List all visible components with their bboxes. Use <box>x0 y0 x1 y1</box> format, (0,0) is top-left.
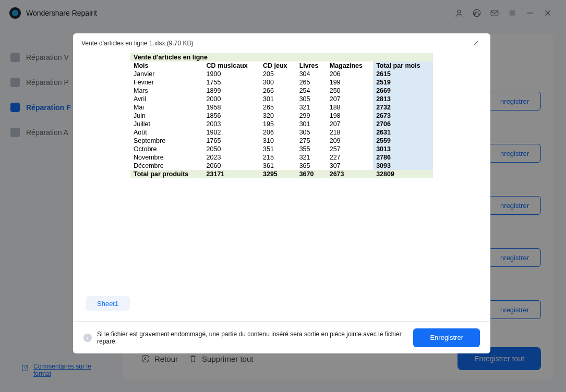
table-cell: 254 <box>296 87 327 95</box>
totals-cell: 2673 <box>327 170 373 178</box>
table-row: Mai19582653211882732 <box>130 103 433 112</box>
column-header: Magazines <box>327 62 373 70</box>
table-row: Mars18992662542502669 <box>130 87 433 95</box>
table-cell: 2615 <box>373 70 433 78</box>
table-cell: Novembre <box>130 153 203 162</box>
totals-cell: 3295 <box>260 170 296 178</box>
table-row: Février17553002651992519 <box>130 78 433 87</box>
table-cell: 301 <box>296 120 327 128</box>
table-cell: 2706 <box>373 120 433 128</box>
table-cell: 2631 <box>373 128 433 137</box>
table-cell: 2050 <box>203 145 260 153</box>
column-header: Total par mois <box>373 62 433 70</box>
table-row: Octobre20503513552573013 <box>130 145 433 153</box>
table-cell: 300 <box>260 78 296 87</box>
sheet-tab[interactable]: Sheet1 <box>86 296 130 311</box>
modal-footer-message: Si le fichier est gravement endommagé, u… <box>97 330 413 345</box>
table-cell: 257 <box>327 145 373 153</box>
table-cell: 188 <box>327 103 373 112</box>
table-cell: 266 <box>260 87 296 95</box>
table-cell: 305 <box>296 128 327 137</box>
table-cell: Septembre <box>130 137 203 145</box>
table-cell: 206 <box>327 70 373 78</box>
table-cell: 265 <box>260 103 296 112</box>
table-cell: 1856 <box>203 112 260 120</box>
table-row: Janvier19002053042062615 <box>130 70 433 78</box>
table-cell: 206 <box>260 128 296 137</box>
table-cell: Juin <box>130 112 203 120</box>
table-cell: Octobre <box>130 145 203 153</box>
table-cell: Août <box>130 128 203 137</box>
table-cell: 301 <box>260 95 296 103</box>
table-cell: 218 <box>327 128 373 137</box>
table-title: Vente d'articles en ligne <box>130 53 433 62</box>
table-cell: 2813 <box>373 95 433 103</box>
table-cell: 2060 <box>203 162 260 170</box>
table-cell: 207 <box>327 95 373 103</box>
table-cell: 1755 <box>203 78 260 87</box>
totals-cell: 3670 <box>296 170 327 178</box>
table-cell: 304 <box>296 70 327 78</box>
modal-footer: i Si le fichier est gravement endommagé,… <box>73 321 490 353</box>
table-cell: 227 <box>327 153 373 162</box>
table-cell: Janvier <box>130 70 203 78</box>
column-header: CD jeux <box>260 62 296 70</box>
table-cell: 195 <box>260 120 296 128</box>
preview-modal: Vente d'articles en ligne 1.xlsx (9.70 K… <box>73 33 490 353</box>
table-cell: 209 <box>327 137 373 145</box>
table-row: Septembre17653102752092559 <box>130 137 433 145</box>
table-cell: 307 <box>327 162 373 170</box>
table-cell: 321 <box>296 153 327 162</box>
info-icon: i <box>83 334 92 342</box>
table-cell: 199 <box>327 78 373 87</box>
table-row: Décembre20603613653073093 <box>130 162 433 170</box>
table-cell: 265 <box>296 78 327 87</box>
table-cell: 355 <box>296 145 327 153</box>
table-cell: 365 <box>296 162 327 170</box>
sheet-tab-bar: Sheet1 <box>86 296 130 311</box>
totals-cell: Total par produits <box>130 170 203 178</box>
close-modal-button[interactable] <box>469 37 482 50</box>
totals-cell: 23171 <box>203 170 260 178</box>
table-cell: 310 <box>260 137 296 145</box>
table-cell: 2023 <box>203 153 260 162</box>
table-cell: 3093 <box>373 162 433 170</box>
column-header: Livres <box>296 62 327 70</box>
table-cell: 3013 <box>373 145 433 153</box>
table-cell: 305 <box>296 95 327 103</box>
table-cell: 2673 <box>373 112 433 120</box>
table-cell: 250 <box>327 87 373 95</box>
table-cell: 2003 <box>203 120 260 128</box>
modal-header: Vente d'articles en ligne 1.xlsx (9.70 K… <box>73 33 490 53</box>
totals-cell: 32809 <box>373 170 433 178</box>
table-cell: 205 <box>260 70 296 78</box>
table-cell: Décembre <box>130 162 203 170</box>
table-cell: 351 <box>260 145 296 153</box>
table-cell: 207 <box>327 120 373 128</box>
table-row: Avril20003013052072813 <box>130 95 433 103</box>
table-cell: Mai <box>130 103 203 112</box>
table-cell: 2519 <box>373 78 433 87</box>
table-cell: 2786 <box>373 153 433 162</box>
table-cell: 1900 <box>203 70 260 78</box>
table-cell: 2000 <box>203 95 260 103</box>
modal-body[interactable]: Vente d'articles en ligneMoisCD musicaux… <box>73 53 490 321</box>
table-row: Novembre20232153212272786 <box>130 153 433 162</box>
table-cell: 320 <box>260 112 296 120</box>
column-header: Mois <box>130 62 203 70</box>
table-cell: 275 <box>296 137 327 145</box>
table-cell: Mars <box>130 87 203 95</box>
table-cell: 2559 <box>373 137 433 145</box>
table-cell: 299 <box>296 112 327 120</box>
table-cell: 215 <box>260 153 296 162</box>
table-row: Juillet20031953012072706 <box>130 120 433 128</box>
table-cell: Février <box>130 78 203 87</box>
table-cell: 2732 <box>373 103 433 112</box>
table-cell: 2669 <box>373 87 433 95</box>
data-table: Vente d'articles en ligneMoisCD musicaux… <box>130 53 433 178</box>
table-cell: 361 <box>260 162 296 170</box>
table-cell: 1958 <box>203 103 260 112</box>
modal-save-button[interactable]: Enregistrer <box>413 328 480 347</box>
table-cell: Juillet <box>130 120 203 128</box>
table-cell: 198 <box>327 112 373 120</box>
